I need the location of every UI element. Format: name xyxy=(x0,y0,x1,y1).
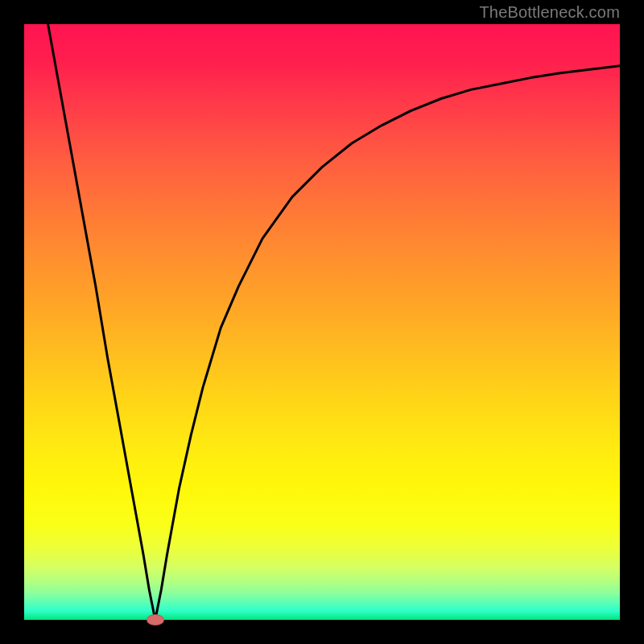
bottleneck-curve xyxy=(48,24,620,620)
minimum-marker xyxy=(147,614,164,625)
watermark-text: TheBottleneck.com xyxy=(479,3,620,22)
chart-frame: TheBottleneck.com xyxy=(0,0,644,644)
curve-svg xyxy=(24,24,620,620)
plot-area xyxy=(24,24,620,620)
